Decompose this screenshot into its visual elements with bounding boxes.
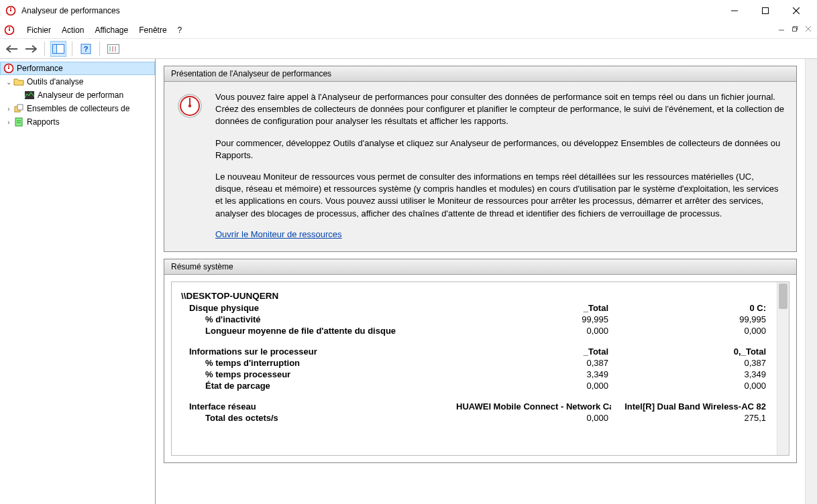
svg-rect-26 [15, 118, 22, 126]
summary-table-container: \\DESKTOP-UUNQERN Disque physique _Total… [171, 281, 789, 456]
group-disk-label: Disque physique [178, 302, 453, 314]
tree-label: Rapports [27, 117, 60, 127]
tree-node-performance[interactable]: Performance [0, 62, 155, 75]
menu-help[interactable]: ? [172, 23, 188, 37]
stat-value: 99,995 [611, 314, 769, 325]
caret-right-icon[interactable]: › [4, 105, 13, 113]
svg-point-31 [188, 105, 191, 107]
reports-icon [13, 117, 24, 127]
stat-value: 0,000 [453, 325, 611, 336]
net-col1: HUAWEI Mobile Connect - Network Card [453, 401, 611, 412]
toolbar-separator [44, 42, 45, 56]
overview-text: Vous pouvez faire appel à l'Analyseur de… [215, 91, 784, 239]
caret-right-icon[interactable]: › [4, 119, 13, 126]
system-summary-table: \\DESKTOP-UUNQERN Disque physique _Total… [178, 290, 769, 424]
nav-forward-button[interactable] [23, 41, 39, 57]
stat-label: % temps d'interruption [178, 357, 453, 369]
stat-label: % d'inactivité [178, 314, 453, 325]
collectors-icon [13, 103, 24, 114]
summary-panel: Résumé système \\DESKTOP-UUNQERN Disque … [164, 259, 797, 463]
cpu-col1: _Total [453, 346, 611, 357]
overview-para1: Vous pouvez faire appel à l'Analyseur de… [215, 91, 784, 128]
menu-view[interactable]: Affichage [89, 23, 133, 37]
mdi-restore-button[interactable] [789, 23, 801, 35]
stat-value: 99,995 [453, 314, 611, 325]
group-cpu-label: Informations sur le processeur [178, 346, 453, 357]
stat-value: 0,387 [611, 357, 769, 369]
main-area: Performance ⌄ Outils d'analyse Analyseur… [0, 59, 817, 504]
disk-col1: _Total [453, 302, 611, 314]
open-resmon-link[interactable]: Ouvrir le Moniteur de ressources [215, 229, 342, 239]
disk-col2: 0 C: [611, 302, 769, 314]
menu-window[interactable]: Fenêtre [133, 23, 172, 37]
svg-point-1 [10, 10, 11, 11]
stat-value: 3,349 [611, 369, 769, 380]
cpu-col2: 0,_Total [611, 346, 769, 357]
titlebar: Analyseur de performances [0, 0, 817, 21]
window-title: Analyseur de performances [21, 6, 120, 15]
scope-pane-button[interactable] [50, 41, 66, 57]
stat-label: État de parcage [178, 380, 453, 391]
tree-node-reports[interactable]: › Rapports [0, 115, 155, 129]
mdi-minimize-button[interactable] [775, 23, 787, 35]
counters-view-button[interactable] [105, 41, 121, 57]
stat-value: 0,000 [453, 380, 611, 391]
host-name: \\DESKTOP-UUNQERN [178, 290, 769, 302]
chart-icon [24, 90, 35, 101]
stat-value: 275,1 [611, 412, 769, 424]
menu-action[interactable]: Action [56, 23, 89, 37]
content-area: Présentation de l'Analyseur de performan… [156, 59, 817, 504]
overview-panel: Présentation de l'Analyseur de performan… [164, 66, 797, 252]
overview-para3: Le nouveau Moniteur de ressources vous p… [215, 171, 784, 220]
menubar-app-icon [4, 25, 15, 36]
svg-text:?: ? [84, 45, 89, 53]
svg-point-7 [9, 29, 10, 30]
toolbar-separator [72, 42, 72, 56]
perf-icon [3, 63, 14, 74]
overview-icon [176, 92, 203, 119]
tree-node-collectors[interactable]: › Ensembles de collecteurs de [0, 102, 155, 115]
maximize-button[interactable] [750, 1, 781, 21]
nav-back-button[interactable] [4, 41, 20, 57]
svg-rect-25 [17, 105, 23, 110]
close-button[interactable] [781, 1, 812, 21]
svg-rect-3 [763, 8, 769, 14]
tree-node-tools[interactable]: ⌄ Outils d'analyse [0, 75, 155, 88]
menu-file[interactable]: Fichier [21, 23, 56, 37]
stat-value: 0,387 [453, 357, 611, 369]
menubar: Fichier Action Affichage Fenêtre ? [0, 21, 817, 39]
stat-label: % temps processeur [178, 369, 453, 380]
tree-label: Ensembles de collecteurs de [27, 104, 129, 113]
summary-scrollbar[interactable] [777, 282, 789, 455]
minimize-button[interactable] [719, 1, 750, 21]
tree-label: Performance [17, 64, 63, 73]
svg-rect-14 [53, 44, 57, 53]
folder-icon [13, 76, 24, 87]
tree-label: Outils d'analyse [27, 77, 83, 86]
summary-panel-header: Résumé système [164, 259, 796, 275]
mdi-controls [775, 23, 814, 35]
help-button[interactable]: ? [78, 41, 94, 57]
caret-down-icon[interactable]: ⌄ [4, 78, 13, 86]
overview-para2: Pour commencer, développez Outils d'anal… [215, 137, 784, 162]
tree-pane[interactable]: Performance ⌄ Outils d'analyse Analyseur… [0, 59, 156, 504]
svg-rect-10 [793, 28, 797, 32]
svg-rect-17 [108, 44, 119, 53]
stat-label: Total des octets/s [178, 412, 453, 424]
stat-label: Longueur moyenne de file d'attente du di… [178, 325, 453, 336]
svg-point-22 [8, 68, 9, 69]
stat-value: 0,000 [611, 380, 769, 391]
tree-label: Analyseur de performan [38, 90, 123, 100]
mdi-close-button[interactable] [802, 23, 814, 35]
stat-value: 0,000 [453, 412, 611, 424]
window-controls [719, 1, 812, 21]
toolbar-separator [99, 42, 100, 56]
stat-value: 0,000 [611, 325, 769, 336]
net-col2: Intel[R] Dual Band Wireless-AC 82 [611, 401, 769, 412]
app-icon [5, 5, 16, 16]
stat-value: 3,349 [453, 369, 611, 380]
group-net-label: Interface réseau [178, 401, 453, 412]
toolbar: ? [0, 39, 817, 59]
tree-node-perfmon[interactable]: Analyseur de performan [0, 88, 155, 102]
content-scrollbar[interactable] [805, 59, 817, 504]
